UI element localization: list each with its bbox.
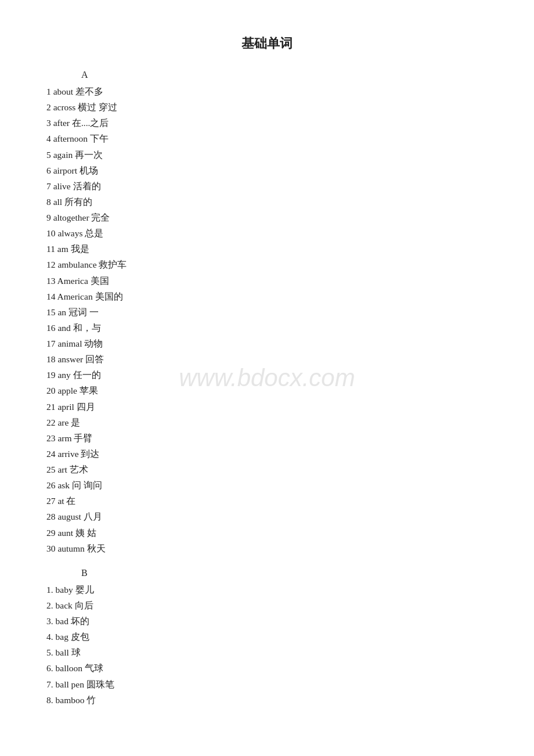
list-item: 8 all 所有的 [46,194,488,210]
list-item: 13 America 美国 [46,273,488,289]
list-item: 12 ambulance 救护车 [46,257,488,272]
list-item: 16 and 和，与 [46,320,488,336]
list-item: 3. bad 坏的 [46,613,488,629]
list-item: 8. bamboo 竹 [46,692,488,708]
list-item: 17 animal 动物 [46,336,488,351]
list-item: 1 about 差不多 [46,84,488,99]
list-item: 20 apple 苹果 [46,383,488,398]
list-item: 28 august 八月 [46,509,488,524]
list-item: 5. ball 球 [46,645,488,660]
list-item: 1. baby 婴儿 [46,582,488,597]
list-item: 29 aunt 姨 姑 [46,525,488,541]
list-item: 3 after 在....之后 [46,115,488,131]
list-item: 24 arrive 到达 [46,446,488,462]
list-item: 2. back 向后 [46,597,488,613]
list-item: 4. bag 皮包 [46,629,488,645]
list-item: 7 alive 活着的 [46,178,488,194]
list-item: 5 again 再一次 [46,147,488,163]
list-item: 14 American 美国的 [46,289,488,304]
list-item: 27 at 在 [46,493,488,509]
word-list-a: 1 about 差不多2 across 横过 穿过3 after 在....之后… [46,84,488,556]
word-list-b: 1. baby 婴儿2. back 向后3. bad 坏的4. bag 皮包5.… [46,582,488,708]
list-item: 21 april 四月 [46,399,488,415]
section-letter-b: B [81,568,488,578]
list-item: 4 afternoon 下午 [46,131,488,146]
list-item: 15 an 冠词 一 [46,304,488,320]
list-item: 6 airport 机场 [46,163,488,178]
list-item: 30 autumn 秋天 [46,541,488,556]
list-item: 11 am 我是 [46,241,488,257]
list-item: 23 arm 手臂 [46,430,488,446]
list-item: 22 are 是 [46,415,488,430]
list-item: 26 ask 问 询问 [46,477,488,493]
section-letter-a: A [81,70,488,80]
list-item: 2 across 横过 穿过 [46,99,488,115]
page-title: 基础单词 [46,35,488,52]
list-item: 18 answer 回答 [46,351,488,367]
list-item: 10 always 总是 [46,225,488,241]
word-content: A1 about 差不多2 across 横过 穿过3 after 在....之… [46,70,488,708]
list-item: 25 art 艺术 [46,462,488,477]
list-item: 9 altogether 完全 [46,210,488,225]
list-item: 19 any 任一的 [46,367,488,383]
list-item: 7. ball pen 圆珠笔 [46,676,488,692]
list-item: 6. balloon 气球 [46,660,488,676]
